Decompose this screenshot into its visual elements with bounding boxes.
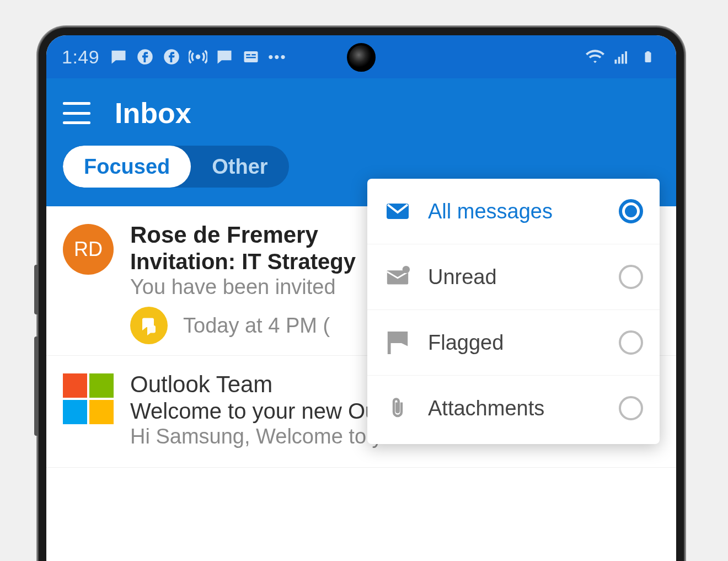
filter-label: Flagged [428,331,602,355]
phone-side-button [34,265,39,314]
flag-icon [384,329,411,356]
meeting-chat-icon [130,307,168,344]
tab-focused[interactable]: Focused [63,146,191,188]
wifi-icon [586,47,604,66]
attachment-icon [384,394,411,422]
tab-other[interactable]: Other [191,146,288,188]
phone-camera [347,43,376,72]
meeting-time: Today at 4 PM ( [183,314,330,338]
filter-unread[interactable]: Unread [367,244,660,310]
facebook-icon [136,47,154,66]
radio-unselected-icon [619,265,643,289]
svg-rect-4 [246,54,250,56]
filter-label: Unread [428,265,602,289]
svg-rect-6 [251,54,256,56]
radio-selected-icon [619,199,643,223]
svg-rect-5 [246,57,256,58]
filter-all-messages[interactable]: All messages [367,179,660,244]
page-title: Inbox [115,97,191,130]
svg-rect-9 [622,54,624,64]
battery-icon [639,47,657,66]
filter-label: All messages [428,200,602,223]
radio-unselected-icon [619,330,643,355]
svg-rect-11 [645,52,651,62]
news-icon [242,47,260,66]
signal-icon [612,47,631,66]
message-icon [215,47,234,66]
svg-rect-8 [618,57,620,64]
mail-icon [384,197,411,225]
status-right [586,47,657,66]
hotspot-icon [189,47,207,66]
avatar: RD [63,224,114,275]
phone-frame: 1:49 ••• [39,28,684,561]
filter-attachments[interactable]: Attachments [367,376,660,441]
unread-mail-icon [384,263,411,291]
status-more-icon: ••• [268,49,286,66]
svg-rect-7 [615,60,617,64]
phone-side-button [34,336,39,436]
svg-point-2 [196,55,201,60]
menu-button[interactable] [63,102,90,124]
chat-icon [109,47,128,66]
status-time: 1:49 [62,46,99,68]
microsoft-logo-icon [63,373,114,424]
svg-point-16 [403,266,410,273]
status-left: 1:49 ••• [62,46,287,68]
filter-label: Attachments [428,397,602,420]
svg-rect-12 [646,51,650,53]
screen: 1:49 ••• [46,35,676,561]
svg-rect-10 [625,51,627,64]
radio-unselected-icon [619,396,643,420]
filter-menu: All messages Unread Flagged [367,179,660,444]
facebook-icon [162,47,181,66]
filter-flagged[interactable]: Flagged [367,310,660,376]
